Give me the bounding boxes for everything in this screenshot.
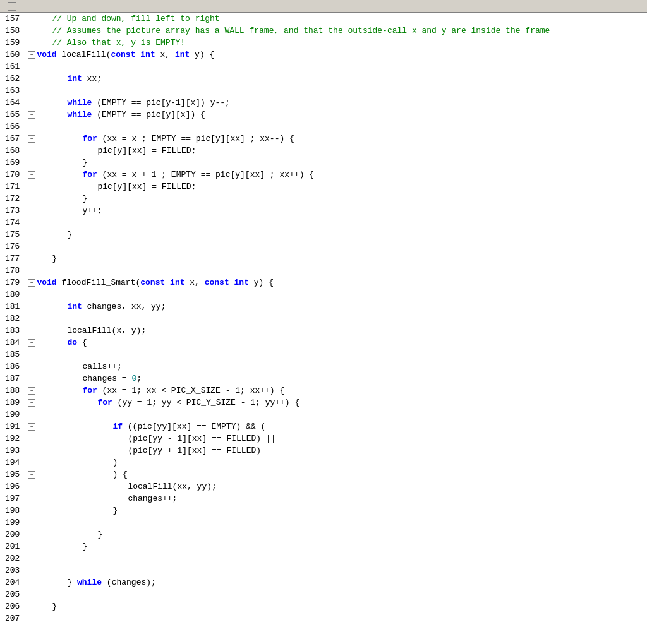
fold-button[interactable]: −: [28, 51, 35, 59]
fold-button[interactable]: −: [28, 135, 35, 143]
code-keyword: int: [234, 277, 249, 289]
code-plain: }: [67, 576, 77, 588]
line-number: 183: [5, 325, 20, 337]
line-number: 189: [5, 397, 20, 408]
code-line: [28, 85, 647, 97]
code-plain: }: [82, 540, 87, 552]
code-plain: }: [97, 528, 102, 540]
code-keyword: while: [67, 97, 92, 109]
code-line: −) {: [28, 468, 647, 480]
fold-button[interactable]: −: [28, 399, 35, 407]
code-keyword: int: [140, 49, 155, 61]
code-line: changes = 0;: [28, 373, 647, 385]
line-number: 190: [5, 408, 20, 420]
line-number: 171: [5, 181, 20, 193]
code-keyword: for: [82, 169, 97, 181]
code-comment: // Assumes the picture array has a WALL …: [52, 25, 550, 37]
line-number: 195: [5, 468, 20, 480]
code-line: }: [28, 193, 647, 205]
code-line: }: [28, 504, 647, 516]
code-keyword: for: [82, 385, 97, 397]
code-plain: pic[y][xx] = FILLED;: [97, 145, 196, 157]
code-line: ): [28, 456, 647, 468]
code-plain: changes++;: [128, 492, 177, 504]
code-line: }: [28, 528, 647, 540]
code-plain: [229, 277, 234, 289]
fold-button[interactable]: −: [28, 423, 35, 431]
line-number: 205: [5, 588, 20, 600]
line-number: 197: [5, 492, 20, 504]
code-plain: (xx = x + 1 ; EMPTY == pic[y][xx] ; xx++…: [97, 169, 314, 181]
code-plain: changes, xx, yy;: [82, 301, 166, 313]
code-keyword: while: [77, 576, 102, 588]
fold-button[interactable]: −: [28, 279, 35, 287]
code-line: }: [28, 157, 647, 169]
fold-button[interactable]: −: [28, 387, 35, 395]
code-plain: ) {: [112, 468, 127, 480]
code-line: −do {: [28, 337, 647, 349]
line-number: 181: [5, 301, 20, 313]
line-number: 206: [5, 600, 20, 612]
code-line: [28, 516, 647, 528]
fold-button[interactable]: −: [28, 471, 35, 479]
code-plain: y) {: [190, 49, 214, 61]
code-plain: y++;: [82, 205, 102, 217]
close-tab-button[interactable]: [8, 2, 16, 11]
code-plain: x,: [155, 49, 175, 61]
fold-button[interactable]: −: [28, 171, 35, 179]
code-line: [28, 61, 647, 73]
line-number: 188: [5, 385, 20, 397]
line-number: 193: [5, 444, 20, 456]
line-number: 182: [5, 313, 20, 325]
line-number: 192: [5, 432, 20, 444]
line-number: 202: [5, 552, 20, 564]
code-keyword: while: [67, 109, 92, 121]
line-number: 198: [5, 504, 20, 516]
line-number: 163: [5, 85, 20, 97]
code-line: −if ((pic[yy][xx] == EMPTY) && (: [28, 420, 647, 432]
code-line: } while (changes);: [28, 576, 647, 588]
code-keyword: for: [82, 133, 97, 145]
code-line: while (EMPTY == pic[y-1][x]) y--;: [28, 97, 647, 109]
fold-button[interactable]: −: [28, 111, 35, 119]
code-keyword: do: [67, 337, 77, 349]
line-number: 160: [5, 49, 20, 61]
code-line: [28, 289, 647, 301]
line-number: 186: [5, 361, 20, 373]
line-number: 165: [5, 109, 20, 121]
line-number: 174: [5, 217, 20, 229]
code-plain: ): [112, 456, 118, 468]
code-line: −for (xx = x ; EMPTY == pic[y][xx] ; xx-…: [28, 133, 647, 145]
line-number: 175: [5, 229, 20, 241]
code-plain: [165, 277, 170, 289]
code-plain: [135, 49, 140, 61]
code-line: −for (xx = 1; xx < PIC_X_SIZE - 1; xx++)…: [28, 385, 647, 397]
line-number: 172: [5, 193, 20, 205]
code-container: 1571581591601611621631641651661671681691…: [0, 13, 647, 644]
code-line: int xx;: [28, 73, 647, 85]
code-line: calls++;: [28, 361, 647, 373]
code-plain: y) {: [249, 277, 274, 289]
fold-button[interactable]: −: [28, 339, 35, 347]
code-line: (pic[yy - 1][xx] == FILLED) ||: [28, 432, 647, 444]
code-plain: pic[y][xx] = FILLED;: [97, 181, 196, 193]
code-plain: }: [67, 229, 72, 241]
code-line: [28, 313, 647, 325]
code-number: 0: [131, 373, 136, 385]
line-number: 187: [5, 373, 20, 385]
code-plain: localFill(x, y);: [67, 325, 146, 337]
code-line: // Assumes the picture array has a WALL …: [28, 25, 647, 37]
code-plain: {: [77, 337, 87, 349]
code-plain: x,: [184, 277, 204, 289]
code-plain: localFill(: [57, 49, 111, 61]
code-plain: }: [112, 504, 118, 516]
line-number: 203: [5, 564, 20, 576]
code-plain: (yy = 1; yy < PIC_Y_SIZE - 1; yy++) {: [112, 397, 299, 408]
line-number: 170: [5, 169, 20, 181]
code-plain: (EMPTY == pic[y-1][x]) y--;: [92, 97, 229, 109]
code-line: −void localFill(const int x, int y) {: [28, 49, 647, 61]
code-content-column: // Up and down, fill left to right// Ass…: [25, 13, 647, 644]
code-line: [28, 588, 647, 600]
code-line: [28, 121, 647, 133]
code-plain: (changes);: [102, 576, 156, 588]
